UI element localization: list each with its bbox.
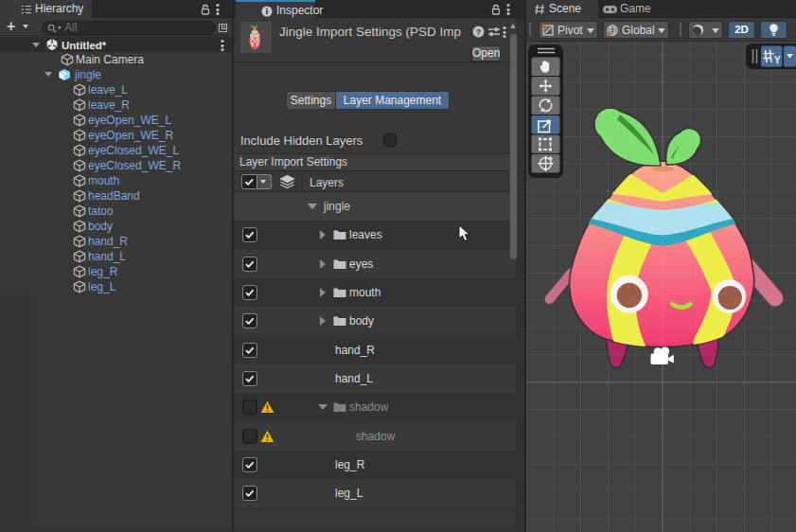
svg-text:Y: Y	[774, 55, 781, 65]
svg-text:?: ?	[476, 27, 482, 37]
